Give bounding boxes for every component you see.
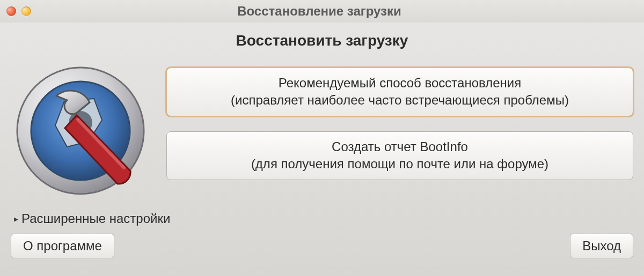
- about-button[interactable]: О программе: [11, 234, 114, 258]
- recommended-repair-button[interactable]: Рекомендуемый способ восстановления (исп…: [166, 68, 633, 116]
- exit-button[interactable]: Выход: [570, 234, 633, 258]
- app-icon: [11, 61, 150, 200]
- window-title: Восстановление загрузки: [1, 4, 638, 19]
- page-heading: Восстановить загрузку: [11, 32, 633, 49]
- recommended-line2: (исправляет наиболее часто встречающиеся…: [178, 92, 622, 109]
- bootinfo-line1: Создать отчет BootInfo: [332, 139, 468, 154]
- content-area: Восстановить загрузку: [0, 23, 644, 226]
- main-row: Рекомендуемый способ восстановления (исп…: [11, 61, 633, 200]
- bootinfo-line2: (для получения помощи по почте или на фо…: [178, 155, 622, 173]
- recommended-line1: Рекомендуемый способ восстановления: [279, 76, 522, 90]
- chevron-right-icon: ▸: [14, 214, 18, 224]
- advanced-settings-expander[interactable]: ▸ Расширенные настройки: [14, 211, 633, 226]
- titlebar: Восстановление загрузки: [0, 0, 644, 23]
- actions-column: Рекомендуемый способ восстановления (исп…: [166, 61, 633, 180]
- advanced-settings-label: Расширенные настройки: [21, 211, 170, 226]
- bootinfo-button[interactable]: Создать отчет BootInfo (для получения по…: [166, 131, 633, 180]
- footer: О программе Выход: [0, 226, 644, 269]
